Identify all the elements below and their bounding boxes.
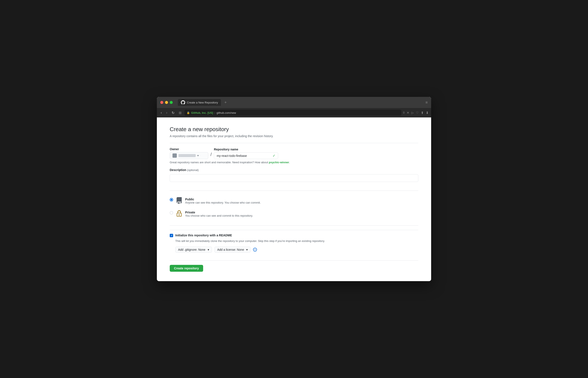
license-dropdown[interactable]: Add a license: None▾ <box>214 247 251 253</box>
inspiration-text: Great repository names are short and mem… <box>170 161 418 164</box>
tab-bar: Create a New Repository + <box>178 99 423 106</box>
grid-button[interactable]: ⊞ <box>177 110 183 116</box>
forward-button[interactable]: › <box>165 110 168 116</box>
owner-label: Owner <box>170 148 208 151</box>
public-option: Public Anyone can see this repository. Y… <box>170 195 418 208</box>
address-bar: ‹ › ↻ ⊞ 🔒 GitHub, Inc. [US] | github.com… <box>157 108 431 117</box>
public-description: Anyone can see this repository. You choo… <box>185 201 261 204</box>
page-content: Create a new repository A repository con… <box>157 117 431 281</box>
slash-separator: / <box>210 152 212 157</box>
dropdown-row: Add .gitignore: None▾ Add a license: Non… <box>175 247 418 253</box>
description-group: Description (optional) <box>170 168 418 186</box>
info-icon[interactable]: i <box>253 248 257 252</box>
active-tab[interactable]: Create a New Repository <box>178 99 221 106</box>
private-description: You choose who can see and commit to thi… <box>185 214 253 217</box>
public-radio[interactable] <box>170 198 173 202</box>
create-repository-button[interactable]: Create repository <box>170 265 203 272</box>
browser-toolbar: 0 ✕ ▷ ♡ ⬆ ⬇ <box>403 111 428 115</box>
gitignore-dropdown[interactable]: Add .gitignore: None▾ <box>175 247 212 253</box>
address-field[interactable]: 🔒 GitHub, Inc. [US] | github.com/new <box>185 110 401 116</box>
page-subtitle: A repository contains all the files for … <box>170 134 418 138</box>
extension-icon-1[interactable]: ✕ <box>407 111 409 114</box>
maximize-button[interactable] <box>170 101 173 104</box>
owner-group: Owner ▾ <box>170 148 208 159</box>
close-button[interactable] <box>160 101 163 104</box>
site-name: GitHub, Inc. [US] <box>191 111 213 114</box>
chevron-down-icon: ▾ <box>197 154 199 157</box>
share-button[interactable]: ⬆ <box>421 111 424 115</box>
title-bar: Create a New Repository + ≡ <box>157 97 431 108</box>
repo-name-value: my-react-todo-firebase <box>217 154 247 158</box>
description-input[interactable] <box>170 174 418 182</box>
tab-title: Create a New Repository <box>187 101 218 104</box>
readme-section: Initialize this repository with a README… <box>170 230 418 256</box>
private-radio[interactable] <box>170 211 173 215</box>
visibility-section: Public Anyone can see this repository. Y… <box>170 195 418 221</box>
download-button[interactable]: ⬇ <box>426 111 428 115</box>
url-text: github.com/new <box>216 111 236 114</box>
owner-repo-row: Owner ▾ / Repository name my-react-todo-… <box>170 148 418 159</box>
public-icon <box>176 197 183 205</box>
reload-button[interactable]: ↻ <box>170 110 176 116</box>
repo-name-input[interactable]: my-react-todo-firebase ✓ <box>214 152 278 159</box>
inspiration-link[interactable]: psychic-winner <box>269 161 289 164</box>
divider-bottom <box>170 260 418 261</box>
lock-icon: 🔒 <box>187 111 190 114</box>
github-favicon <box>181 100 185 105</box>
badge-count: 0 <box>403 111 405 114</box>
readme-title: Initialize this repository with a README <box>175 234 232 237</box>
owner-select[interactable]: ▾ <box>170 152 208 159</box>
divider-top <box>170 143 418 143</box>
traffic-lights <box>160 101 173 104</box>
browser-menu-icon[interactable]: ≡ <box>425 100 428 105</box>
back-button[interactable]: ‹ <box>160 110 163 116</box>
minimize-button[interactable] <box>165 101 168 104</box>
private-label: Private <box>185 211 253 214</box>
new-tab-button[interactable]: + <box>223 99 228 106</box>
readme-description: This will let you immediately clone the … <box>175 239 418 243</box>
private-option: Private You choose who can see and commi… <box>170 208 418 221</box>
browser-window: Create a New Repository + ≡ ‹ › ↻ ⊞ 🔒 Gi… <box>157 97 431 281</box>
divider-readme <box>170 225 418 226</box>
extension-icon-2[interactable]: ▷ <box>412 111 414 114</box>
owner-avatar <box>173 153 177 158</box>
description-label: Description (optional) <box>170 168 418 172</box>
heart-icon[interactable]: ♡ <box>416 111 419 114</box>
divider-visibility <box>170 190 418 191</box>
repo-name-label: Repository name <box>214 148 278 151</box>
private-icon <box>176 210 183 218</box>
valid-check-icon: ✓ <box>273 154 275 158</box>
readme-header: Initialize this repository with a README <box>170 234 418 237</box>
owner-name <box>178 154 196 157</box>
readme-checkbox[interactable] <box>170 234 173 237</box>
public-label: Public <box>185 198 261 201</box>
page-title: Create a new repository <box>170 126 418 133</box>
repo-name-group: Repository name my-react-todo-firebase ✓ <box>214 148 278 159</box>
